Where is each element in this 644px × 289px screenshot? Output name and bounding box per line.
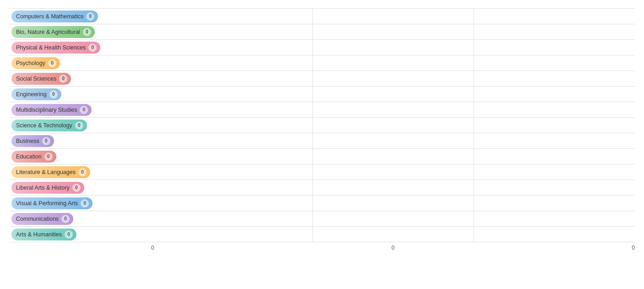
pill-literature: Literature & Languages0 xyxy=(11,166,90,178)
grid-row-education xyxy=(151,149,635,164)
grid-row-literature xyxy=(151,164,635,180)
pill-value-science: 0 xyxy=(75,121,83,130)
pill-engineering: Engineering0 xyxy=(11,88,61,100)
pill-multi: Multidisciplinary Studies0 xyxy=(11,104,92,116)
pill-label-bio: Bio, Nature & Agricultural xyxy=(16,29,80,35)
pill-value-literature: 0 xyxy=(78,168,87,176)
pill-value-arts: 0 xyxy=(65,230,73,239)
pill-value-business: 0 xyxy=(42,137,50,145)
pill-science: Science & Technology0 xyxy=(11,120,87,131)
grid-row-business xyxy=(151,133,635,149)
pill-value-visual: 0 xyxy=(81,199,89,207)
pill-communications: Communications0 xyxy=(11,213,73,225)
bar-area xyxy=(151,8,635,242)
x-label-2: 0 xyxy=(474,242,635,256)
grid-row-social xyxy=(151,71,635,87)
pill-education: Education0 xyxy=(11,151,56,163)
y-label-visual: Visual & Performing Arts0 xyxy=(9,196,151,211)
y-label-engineering: Engineering0 xyxy=(9,87,151,102)
pill-bio: Bio, Nature & Agricultural0 xyxy=(11,26,95,38)
y-label-multi: Multidisciplinary Studies0 xyxy=(9,102,151,118)
pill-label-business: Business xyxy=(16,138,39,144)
grid-row-arts xyxy=(151,227,635,242)
pill-value-liberal: 0 xyxy=(72,184,81,192)
grid-row-psychology xyxy=(151,55,635,71)
pill-label-arts: Arts & Humanities xyxy=(16,231,62,238)
y-label-business: Business0 xyxy=(9,133,151,149)
pill-label-communications: Communications xyxy=(16,216,59,222)
y-label-computers: Computers & Mathematics0 xyxy=(9,8,151,24)
pill-value-education: 0 xyxy=(44,153,53,161)
grid-row-multi xyxy=(151,102,635,118)
pill-label-engineering: Engineering xyxy=(16,91,47,98)
grid-row-bio xyxy=(151,24,635,40)
pill-label-liberal: Liberal Arts & History xyxy=(16,185,70,191)
pill-value-bio: 0 xyxy=(83,28,91,36)
pill-label-psychology: Psychology xyxy=(16,60,45,66)
x-label-0: 0 xyxy=(151,242,312,256)
pill-physical: Physical & Health Sciences0 xyxy=(11,42,100,54)
pill-value-psychology: 0 xyxy=(48,59,56,67)
pill-value-physical: 0 xyxy=(88,44,97,52)
y-label-liberal: Liberal Arts & History0 xyxy=(9,180,151,196)
y-label-education: Education0 xyxy=(9,149,151,164)
x-label-1: 0 xyxy=(312,242,474,256)
y-label-arts: Arts & Humanities0 xyxy=(9,227,151,242)
pill-psychology: Psychology0 xyxy=(11,57,60,69)
y-label-social: Social Sciences0 xyxy=(9,71,151,87)
pill-business: Business0 xyxy=(11,135,54,147)
pill-liberal: Liberal Arts & History0 xyxy=(11,182,84,194)
chart-container: Computers & Mathematics0Bio, Nature & Ag… xyxy=(0,0,644,289)
grid-row-science xyxy=(151,118,635,133)
pill-value-engineering: 0 xyxy=(49,90,58,98)
y-label-communications: Communications0 xyxy=(9,211,151,227)
pill-label-literature: Literature & Languages xyxy=(16,169,76,175)
grid-row-liberal xyxy=(151,180,635,196)
pill-label-physical: Physical & Health Sciences xyxy=(16,44,86,51)
y-axis-labels: Computers & Mathematics0Bio, Nature & Ag… xyxy=(9,8,151,242)
pill-label-computers: Computers & Mathematics xyxy=(16,13,83,20)
grid-row-engineering xyxy=(151,87,635,102)
pill-social: Social Sciences0 xyxy=(11,73,71,85)
pill-arts: Arts & Humanities0 xyxy=(11,229,76,240)
pill-label-multi: Multidisciplinary Studies xyxy=(16,107,77,113)
pill-computers: Computers & Mathematics0 xyxy=(11,11,98,22)
pill-value-multi: 0 xyxy=(80,106,88,114)
pill-label-visual: Visual & Performing Arts xyxy=(16,200,78,207)
pill-label-education: Education xyxy=(16,153,42,160)
x-axis: 000 xyxy=(151,242,635,256)
pill-value-computers: 0 xyxy=(86,12,94,21)
y-label-psychology: Psychology0 xyxy=(9,55,151,71)
pill-label-social: Social Sciences xyxy=(16,76,56,82)
grid-row-communications xyxy=(151,211,635,227)
y-label-literature: Literature & Languages0 xyxy=(9,164,151,180)
grid-row-visual xyxy=(151,196,635,211)
grid-row-physical xyxy=(151,40,635,55)
y-label-bio: Bio, Nature & Agricultural0 xyxy=(9,24,151,40)
pill-value-social: 0 xyxy=(59,75,67,83)
grid-row-computers xyxy=(151,8,635,24)
pill-visual: Visual & Performing Arts0 xyxy=(11,197,93,209)
y-label-physical: Physical & Health Sciences0 xyxy=(9,40,151,55)
pill-label-science: Science & Technology xyxy=(16,122,72,129)
y-label-science: Science & Technology0 xyxy=(9,118,151,133)
pill-value-communications: 0 xyxy=(61,215,70,223)
